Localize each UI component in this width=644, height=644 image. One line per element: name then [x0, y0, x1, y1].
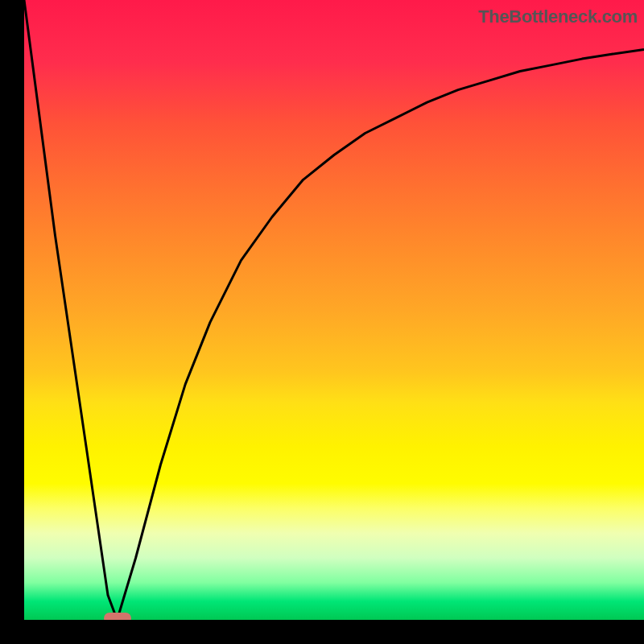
chart-curve: [24, 0, 644, 620]
watermark-text: TheBottleneck.com: [478, 6, 638, 27]
axis-left-space: [0, 0, 24, 644]
axis-bottom-space: [0, 620, 644, 644]
chart-plot-area: [24, 0, 644, 620]
